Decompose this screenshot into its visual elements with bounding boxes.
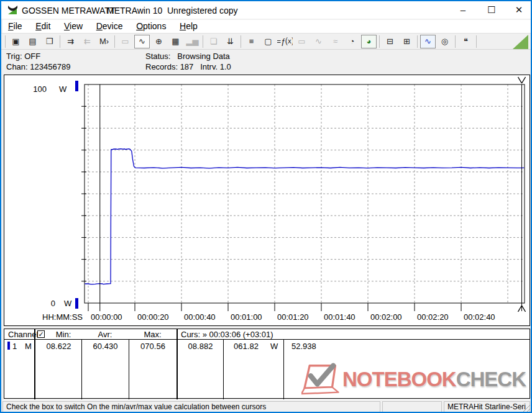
x-axis-tick-label: 00:01:40: [324, 312, 355, 322]
channel-1-color-marker: [7, 342, 10, 350]
menu-file[interactable]: File: [2, 20, 28, 31]
toolbar-separator: [5, 35, 6, 48]
zoom-waveform-icon[interactable]: ∿: [420, 35, 436, 48]
x-axis-tick-label: 00:02:20: [417, 312, 449, 322]
callout-icon[interactable]: ❝: [458, 35, 474, 48]
toolbar-separator: [60, 35, 60, 48]
toolbar-separator: [114, 35, 115, 48]
watermark-notebook-text: NOTEBOOK: [342, 368, 456, 391]
channel-marker-bottom: [75, 298, 78, 309]
x-axis-tick-label: 00:02:00: [370, 312, 402, 322]
toolbar-separator: [241, 35, 241, 48]
menu-help[interactable]: Help: [174, 20, 203, 31]
lcd-display-icon: ▭: [117, 35, 133, 48]
table-view-icon[interactable]: ▦: [168, 35, 183, 48]
notebookcheck-watermark: NOTEBOOKCHECK: [301, 362, 526, 397]
value-avr: 60.430: [82, 342, 129, 351]
monitor-device-icon[interactable]: ▢: [260, 35, 276, 48]
toolbar-separator: [476, 35, 477, 48]
x-axis-tick-label: 00:00:40: [184, 312, 216, 322]
col-header-cursors: Curs: » 00:03:06 (+03:01): [181, 330, 273, 339]
browse-status: Status: Browsing Data: [145, 52, 230, 61]
minmax-checkbox[interactable]: ✓: [37, 330, 45, 338]
cursor-value-table: Channel: ✓ Min: Avr: Max: Curs: » 00:03:…: [4, 329, 530, 399]
title-app-name: GOSSEN METRAWATT: [22, 6, 115, 16]
status-bar: Check the box to switch On the min/avr/m…: [1, 401, 531, 413]
toolbar-separator: [379, 35, 380, 48]
table-border: [223, 339, 224, 399]
metrawin-window: { "window": { "title_app": "GOSSEN METRA…: [0, 0, 532, 413]
toolbar-separator: [455, 35, 456, 48]
histogram-view-icon: ▂▅: [185, 35, 200, 48]
y-axis-max-label: 100: [33, 84, 47, 94]
menu-view[interactable]: View: [58, 20, 88, 31]
channel-config-icon[interactable]: ≡: [244, 35, 259, 48]
col-header-max: Max:: [129, 330, 177, 339]
line-chart-view-icon[interactable]: ∿: [134, 35, 150, 48]
send-device-32i-icon: ⇇: [80, 35, 95, 48]
write-device-icon[interactable]: ⇊: [222, 35, 238, 48]
app-logo-icon: [7, 5, 18, 16]
notebookcheck-laptop-icon: [301, 362, 342, 397]
save-icon[interactable]: ▣: [8, 35, 24, 48]
col-header-channel: Channel:: [8, 330, 40, 339]
x-axis-tick-label: 00:00:20: [137, 312, 169, 322]
toolbar-separator: [203, 35, 203, 48]
read-device-32i-icon[interactable]: ⇉: [63, 35, 78, 48]
zoom-select-icon[interactable]: ◎: [437, 35, 452, 48]
x-axis-tick-label: 00:01:00: [231, 312, 262, 322]
chart-canvas[interactable]: 00:00:0000:00:2000:00:4000:01:0000:01:20…: [4, 75, 530, 325]
maximize-button[interactable]: ☐: [479, 1, 504, 19]
value-cursor-delta: 52.938: [291, 342, 316, 351]
menu-bar: File Edit View Device Options Help: [2, 20, 531, 33]
interval-clock-icon[interactable]: ◕: [361, 35, 377, 48]
value-cursor2-unit: W: [270, 342, 278, 351]
watermark-check-text: CHECK: [456, 368, 526, 391]
value-cursor2: 061.82: [224, 342, 268, 351]
col-header-avr: Avr:: [81, 330, 129, 339]
toolbar-corner-green-triangle-icon: [513, 35, 528, 49]
channel-number: 1: [12, 342, 17, 351]
sine-wave-icon: ∿: [311, 35, 326, 48]
x-axis-tick-label: 00:01:20: [277, 312, 309, 322]
function-icon[interactable]: =ƒ⒳: [277, 35, 293, 48]
menu-device[interactable]: Device: [91, 20, 129, 31]
chart-panel: 00:00:0000:00:2000:00:4000:01:0000:01:20…: [4, 75, 530, 326]
x-axis-label: HH:MM:SS: [42, 312, 83, 322]
print-preview-icon[interactable]: ⊞: [399, 35, 415, 48]
spectrum-icon: ≈: [328, 35, 343, 48]
channel-mode: M: [25, 342, 32, 351]
menu-edit[interactable]: Edit: [30, 20, 56, 31]
channel-marker-top: [75, 81, 78, 91]
x-axis-tick-label: 00:02:40: [464, 312, 495, 322]
title-product-name: METRAwin 10: [107, 6, 162, 16]
y-axis-unit-bottom: W: [64, 299, 72, 308]
table-border: [177, 329, 178, 399]
table-header-divider: [4, 339, 530, 340]
lcd-small-icon: ▭: [294, 35, 310, 48]
value-max: 070.56: [129, 342, 177, 351]
title-bar: GOSSEN METRAWATT METRAwin 10 Unregistere…: [1, 1, 531, 19]
toolbar-separator: [417, 35, 418, 48]
table-border: [34, 329, 35, 399]
cursor-2-top-handle[interactable]: [518, 77, 526, 83]
open-file-icon[interactable]: ❒: [42, 35, 57, 48]
minimize-button[interactable]: –: [451, 1, 475, 19]
statusbar-device-name: METRAHit Starline-Seri: [444, 401, 530, 413]
timer-icon[interactable]: ◔: [344, 35, 360, 48]
close-button[interactable]: ✕: [507, 1, 531, 19]
x-axis-tick-label: 00:00:00: [91, 312, 122, 322]
statusbar-message: Check the box to switch On the min/avr/m…: [2, 401, 380, 413]
channel-status: Chan: 123456789: [6, 62, 70, 71]
statusbar-empty-pane: [382, 401, 442, 413]
crosshair-view-icon[interactable]: ⊕: [151, 35, 167, 48]
table-border: [283, 339, 284, 399]
menu-options[interactable]: Options: [131, 20, 172, 31]
print-icon[interactable]: ⊟: [382, 35, 398, 48]
value-cursor1: 08.882: [178, 342, 223, 351]
copy-screen-icon: ❏: [206, 35, 221, 48]
read-memory-icon[interactable]: M›: [96, 35, 112, 48]
y-axis-unit-top: W: [59, 84, 67, 94]
toolbar: ▣▤❒⇉⇇M›▭∿⊕▦▂▅❏⇊≡▢=ƒ⒳▭∿≈◔◕⊟⊞∿◎❝: [1, 33, 531, 50]
save-as-icon[interactable]: ▤: [25, 35, 40, 48]
